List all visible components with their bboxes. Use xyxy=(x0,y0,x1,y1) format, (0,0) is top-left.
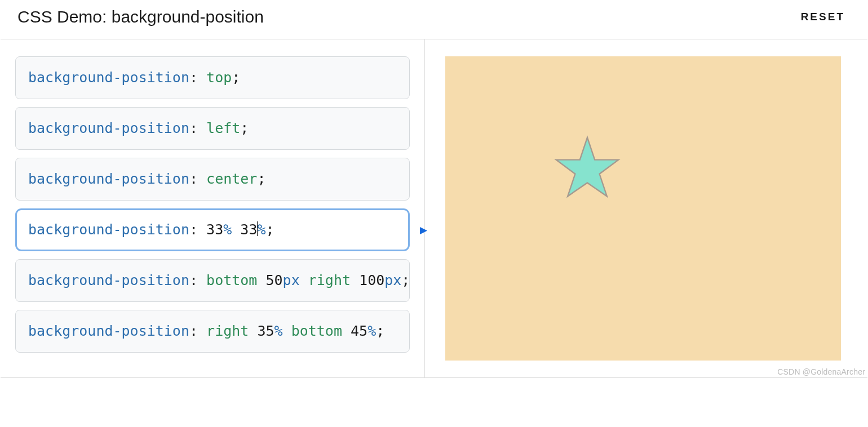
example-option[interactable]: background-position: top; xyxy=(15,56,410,99)
option-wrap: background-position: left; xyxy=(15,107,410,150)
colon: : xyxy=(189,120,206,136)
css-property: background-position xyxy=(28,323,189,339)
example-option[interactable]: background-position: center; xyxy=(15,158,410,201)
css-value-keyword: right xyxy=(206,323,249,339)
watermark: CSDN @GoldenaArcher xyxy=(777,367,865,376)
css-value-number: 33 xyxy=(206,221,223,238)
options-pane: background-position: top;background-posi… xyxy=(1,39,425,377)
colon: : xyxy=(189,272,206,288)
css-value-unit: px xyxy=(384,272,401,288)
colon: : xyxy=(189,323,206,339)
example-option[interactable]: background-position: left; xyxy=(15,107,410,150)
css-property: background-position xyxy=(28,221,189,238)
css-value-keyword: center xyxy=(206,171,257,187)
demo-header: CSS Demo: background-position RESET xyxy=(1,1,867,39)
semicolon: ; xyxy=(401,272,410,288)
semicolon: ; xyxy=(376,323,384,339)
css-value-number: 50 xyxy=(265,272,282,288)
css-value-keyword: right xyxy=(308,272,351,288)
semicolon: ; xyxy=(266,221,274,238)
css-value-unit: % xyxy=(367,323,376,339)
css-property: background-position xyxy=(28,272,189,288)
example-option[interactable]: background-position: 33% 33%; xyxy=(15,208,410,251)
option-wrap: background-position: center; xyxy=(15,158,410,201)
option-wrap: background-position: right 35% bottom 45… xyxy=(15,310,410,353)
preview-star xyxy=(553,134,621,202)
reset-button[interactable]: RESET xyxy=(795,7,851,26)
option-wrap: background-position: top; xyxy=(15,56,410,99)
css-value-unit: % xyxy=(274,323,283,339)
css-value-unit: % xyxy=(257,221,265,238)
colon: : xyxy=(189,69,206,86)
css-demo-container: CSS Demo: background-position RESET back… xyxy=(0,0,868,379)
css-value-unit: px xyxy=(283,272,300,288)
css-property: background-position xyxy=(28,120,189,136)
example-option[interactable]: background-position: bottom 50px right 1… xyxy=(15,259,410,302)
css-value-number: 45 xyxy=(351,323,367,339)
semicolon: ; xyxy=(232,69,240,86)
semicolon: ; xyxy=(240,120,249,136)
semicolon: ; xyxy=(257,171,265,187)
demo-body: background-position: top;background-posi… xyxy=(1,39,867,378)
colon: : xyxy=(189,171,206,187)
css-value-number: 35 xyxy=(257,323,274,339)
page-title: CSS Demo: background-position xyxy=(17,7,264,26)
css-value-keyword: bottom xyxy=(206,272,257,288)
css-value-keyword: bottom xyxy=(291,323,342,339)
option-wrap: background-position: bottom 50px right 1… xyxy=(15,259,410,302)
css-value-number: 100 xyxy=(359,272,384,288)
css-property: background-position xyxy=(28,69,189,86)
css-value-unit: % xyxy=(223,221,232,238)
css-value-keyword: left xyxy=(206,120,240,136)
css-value-keyword: top xyxy=(206,69,232,86)
css-value-number: 33 xyxy=(240,221,257,238)
preview-pane: CSDN @GoldenaArcher xyxy=(425,39,867,377)
option-wrap: background-position: 33% 33%;▶ xyxy=(15,208,410,251)
example-option[interactable]: background-position: right 35% bottom 45… xyxy=(15,310,410,353)
colon: : xyxy=(189,221,206,238)
css-property: background-position xyxy=(28,171,189,187)
svg-marker-0 xyxy=(556,137,618,196)
preview-box xyxy=(445,56,841,361)
